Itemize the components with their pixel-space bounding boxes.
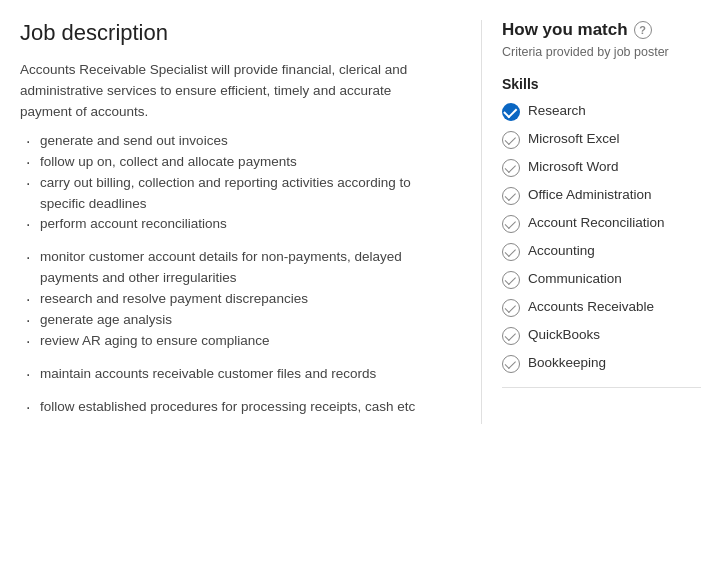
skill-item: Account Reconciliation: [502, 214, 701, 233]
list-item: perform account reconciliations: [20, 214, 441, 235]
list-item: research and resolve payment discrepanci…: [20, 289, 441, 310]
skill-unmatched-icon: [502, 187, 520, 205]
skill-item: Office Administration: [502, 186, 701, 205]
skill-unmatched-icon: [502, 159, 520, 177]
bullet-list-1: generate and send out invoicesfollow up …: [20, 131, 441, 236]
how-you-match-title: How you match: [502, 20, 628, 40]
skill-item: Microsoft Word: [502, 158, 701, 177]
skill-name: Bookkeeping: [528, 354, 606, 373]
bullet-list-2: monitor customer account details for non…: [20, 247, 441, 352]
skill-matched-icon: [502, 103, 520, 121]
job-intro-text: Accounts Receivable Specialist will prov…: [20, 60, 441, 123]
skill-item: Communication: [502, 270, 701, 289]
skill-unmatched-icon: [502, 131, 520, 149]
skill-item: Accounting: [502, 242, 701, 261]
criteria-text: Criteria provided by job poster: [502, 44, 701, 62]
skill-name: Accounts Receivable: [528, 298, 654, 317]
skill-item: Research: [502, 102, 701, 121]
list-item: generate and send out invoices: [20, 131, 441, 152]
right-panel: How you match ? Criteria provided by job…: [481, 20, 701, 424]
skill-unmatched-icon: [502, 327, 520, 345]
skills-label: Skills: [502, 76, 701, 92]
skill-name: Office Administration: [528, 186, 652, 205]
skill-unmatched-icon: [502, 299, 520, 317]
skill-name: Accounting: [528, 242, 595, 261]
skill-name: Microsoft Word: [528, 158, 619, 177]
skill-unmatched-icon: [502, 215, 520, 233]
list-item: maintain accounts receivable customer fi…: [20, 364, 441, 385]
skill-item: Accounts Receivable: [502, 298, 701, 317]
skill-name: Account Reconciliation: [528, 214, 665, 233]
skill-item: Microsoft Excel: [502, 130, 701, 149]
skill-unmatched-icon: [502, 243, 520, 261]
skills-list: ResearchMicrosoft ExcelMicrosoft WordOff…: [502, 102, 701, 373]
list-item: generate age analysis: [20, 310, 441, 331]
list-item: follow up on, collect and allocate payme…: [20, 152, 441, 173]
skill-unmatched-icon: [502, 271, 520, 289]
skill-item: QuickBooks: [502, 326, 701, 345]
list-item: review AR aging to ensure compliance: [20, 331, 441, 352]
how-you-match-header: How you match ?: [502, 20, 701, 40]
bullet-list-3: maintain accounts receivable customer fi…: [20, 364, 441, 385]
list-item: monitor customer account details for non…: [20, 247, 441, 289]
job-description-title: Job description: [20, 20, 441, 46]
left-panel: Job description Accounts Receivable Spec…: [20, 20, 461, 424]
skill-name: QuickBooks: [528, 326, 600, 345]
list-item: follow established procedures for proces…: [20, 397, 441, 418]
skill-item: Bookkeeping: [502, 354, 701, 373]
skill-name: Microsoft Excel: [528, 130, 620, 149]
bullet-list-4: follow established procedures for proces…: [20, 397, 441, 418]
skill-name: Communication: [528, 270, 622, 289]
skill-unmatched-icon: [502, 355, 520, 373]
skill-name: Research: [528, 102, 586, 121]
divider: [502, 387, 701, 388]
list-item: carry out billing, collection and report…: [20, 173, 441, 215]
info-icon[interactable]: ?: [634, 21, 652, 39]
